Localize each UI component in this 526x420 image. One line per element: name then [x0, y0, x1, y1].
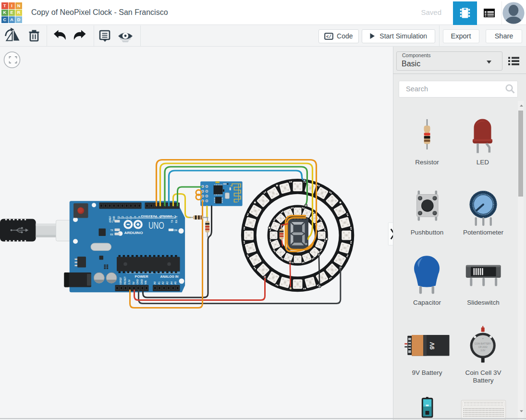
- svg-text:3.3V: 3.3V: [128, 279, 131, 284]
- svg-text:RESET: RESET: [123, 276, 126, 284]
- svg-text:A3: A3: [166, 281, 169, 284]
- svg-text:POWER: POWER: [135, 275, 148, 278]
- svg-text:ON: ON: [174, 229, 177, 232]
- svg-text:</: </: [326, 35, 331, 39]
- svg-text:DIGITAL (PWM~): DIGITAL (PWM~): [141, 214, 176, 218]
- svg-text:TX: TX: [110, 229, 113, 232]
- svg-text:+: +: [482, 337, 484, 340]
- svg-text:CR 2032: CR 2032: [478, 346, 488, 348]
- svg-text:8: 8: [138, 216, 141, 217]
- svg-text:9V: 9V: [428, 342, 436, 349]
- svg-text:GND: GND: [136, 279, 139, 285]
- svg-text:A2: A2: [161, 281, 164, 284]
- svg-text:3.0V: 3.0V: [480, 349, 486, 352]
- svg-text:L: L: [111, 220, 113, 223]
- svg-text:IOREF: IOREF: [119, 277, 122, 284]
- svg-text:A1: A1: [158, 281, 160, 284]
- svg-text:UNO: UNO: [148, 220, 164, 231]
- svg-text:5V: 5V: [132, 281, 135, 284]
- svg-text:AREF: AREF: [109, 216, 111, 223]
- svg-text:ANALOG IN: ANALOG IN: [160, 275, 179, 278]
- svg-text:RX: RX: [110, 234, 113, 236]
- svg-text:VIN: VIN: [144, 280, 147, 284]
- svg-text:A0: A0: [153, 281, 156, 284]
- svg-text:COIN BATTERY: COIN BATTERY: [475, 343, 492, 345]
- svg-text:A4: A4: [170, 281, 173, 284]
- svg-text:GND: GND: [140, 279, 143, 285]
- svg-text:ARDUINO: ARDUINO: [124, 231, 143, 235]
- svg-text:A5: A5: [174, 281, 177, 284]
- svg-text:~9: ~9: [134, 216, 136, 219]
